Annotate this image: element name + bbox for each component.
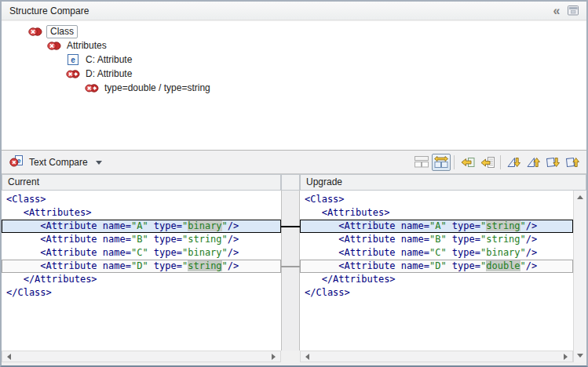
tree-item-class[interactable]: Class xyxy=(2,24,586,38)
code-token: type= xyxy=(148,260,182,271)
previous-difference-icon[interactable] xyxy=(524,154,543,171)
code-token: <Attribute name= xyxy=(6,260,131,271)
change-icon xyxy=(28,27,42,37)
structure-compare-tree[interactable]: ClassAttributeseC: AttributeD: Attribute… xyxy=(2,21,586,150)
chevron-down-icon[interactable] xyxy=(96,161,102,168)
change-arrow-icon xyxy=(85,83,99,93)
structure-compare-header: Structure Compare « xyxy=(2,2,586,20)
code-token: "binary" xyxy=(182,247,228,258)
code-token: "D" xyxy=(429,260,447,271)
code-line[interactable]: </Attributes> xyxy=(300,273,573,286)
code-line[interactable]: <Attributes> xyxy=(2,206,281,220)
code-token: <Class> xyxy=(6,194,46,205)
code-token: " xyxy=(222,260,228,271)
scroll-left-icon[interactable] xyxy=(302,354,309,360)
code-token: <Attribute name= xyxy=(305,260,429,271)
swap-view-icon[interactable] xyxy=(432,154,451,171)
code-line[interactable]: </Class> xyxy=(300,286,573,300)
code-line[interactable]: <Attribute name="C" type="binary"/> xyxy=(2,246,281,260)
ancestor-pane-icon[interactable] xyxy=(412,154,431,171)
code-line-diff[interactable]: <Attribute name="A" type="string"/> xyxy=(300,220,573,233)
tree-item-label: D: Attribute xyxy=(84,68,133,79)
code-line[interactable]: <Class> xyxy=(2,193,281,206)
left-code-pane[interactable]: <Class> <Attributes> <Attribute name="A"… xyxy=(2,191,281,351)
element-icon: e xyxy=(66,54,80,65)
scroll-right-icon[interactable] xyxy=(564,354,571,360)
right-code-pane[interactable]: <Class> <Attributes> <Attribute name="A"… xyxy=(300,191,573,351)
scroll-down-icon[interactable] xyxy=(577,354,583,361)
code-token: "C" xyxy=(429,247,447,258)
change-icon xyxy=(47,41,61,51)
code-line[interactable]: </Class> xyxy=(2,286,281,300)
svg-text:e: e xyxy=(71,56,75,64)
change-arrow-icon xyxy=(66,69,80,79)
code-token: "D" xyxy=(131,260,148,271)
code-token: type= xyxy=(148,234,182,245)
code-token: /> xyxy=(228,247,239,258)
tree-item-c-attribute[interactable]: eC: Attribute xyxy=(2,53,586,67)
text-compare-toolbar xyxy=(411,154,583,171)
code-token: "B" xyxy=(131,234,148,245)
right-horizontal-scrollbar[interactable] xyxy=(300,351,573,362)
code-token: <Attributes> xyxy=(305,207,389,218)
collapse-icon[interactable]: « xyxy=(547,3,564,18)
code-line-diff[interactable]: <Attribute name="D" type="double"/> xyxy=(300,260,573,273)
copy-all-right-to-left-icon[interactable] xyxy=(458,154,477,171)
center-gutter-header xyxy=(281,174,300,191)
code-line[interactable]: <Attribute name="B" type="string"/> xyxy=(2,233,281,246)
code-token: /> xyxy=(228,220,239,231)
text-compare-title: Text Compare xyxy=(29,157,88,168)
vertical-scrollbar[interactable] xyxy=(573,191,586,362)
code-token: /> xyxy=(228,234,239,245)
code-token: "B" xyxy=(429,234,447,245)
code-token: "string" xyxy=(182,234,228,245)
next-change-icon[interactable] xyxy=(544,154,563,171)
copy-current-right-to-left-icon[interactable] xyxy=(478,154,497,171)
toolbar-separator xyxy=(454,155,455,169)
previous-change-icon[interactable] xyxy=(564,154,583,171)
tree-item-attributes[interactable]: Attributes xyxy=(2,38,586,53)
scroll-right-icon[interactable] xyxy=(272,354,279,360)
code-line[interactable]: </Attributes> xyxy=(2,273,281,286)
scroll-left-icon[interactable] xyxy=(4,354,11,360)
next-difference-icon[interactable] xyxy=(505,154,524,171)
tree-item-label: Attributes xyxy=(65,40,108,51)
code-token: type= xyxy=(148,220,182,231)
pin-icon[interactable] xyxy=(564,3,582,18)
code-line[interactable]: <Attributes> xyxy=(300,206,573,220)
code-token: <Attribute name= xyxy=(6,247,131,258)
left-pane-header: Current xyxy=(2,174,281,191)
tree-item-d-attribute[interactable]: D: Attribute xyxy=(2,67,586,81)
tree-item-label: type=double / type=string xyxy=(103,82,212,93)
code-line-diff[interactable]: <Attribute name="A" type="binary"/> xyxy=(2,220,281,233)
code-token: </Attributes> xyxy=(6,274,97,285)
code-line[interactable]: <Attribute name="C" type="binary"/> xyxy=(300,246,573,260)
right-code: <Class> <Attributes> <Attribute name="A"… xyxy=(300,191,573,300)
diff-connector-minor xyxy=(281,266,300,267)
code-token: </Class> xyxy=(305,287,350,298)
diff-connector-selected xyxy=(281,226,300,227)
code-token: /> xyxy=(526,234,537,245)
code-token: <Attributes> xyxy=(6,207,91,218)
code-token: "string" xyxy=(480,234,526,245)
code-token: " xyxy=(222,220,228,231)
changed-token: binary xyxy=(188,220,221,231)
code-token: <Attribute name= xyxy=(6,220,131,231)
diff-connector-gutter xyxy=(281,191,300,351)
code-line[interactable]: <Attribute name="B" type="string"/> xyxy=(300,233,573,246)
code-line[interactable]: <Class> xyxy=(300,193,573,206)
text-compare-header: e Text Compare xyxy=(2,151,586,174)
changed-token: string xyxy=(486,220,520,231)
scroll-up-icon[interactable] xyxy=(577,192,583,199)
code-token: type= xyxy=(447,234,480,245)
code-token: </Class> xyxy=(6,287,52,298)
code-token: <Attribute name= xyxy=(305,220,429,231)
code-line-diff[interactable]: <Attribute name="D" type="string"/> xyxy=(2,260,281,273)
tree-item-type-double-type-string[interactable]: type=double / type=string xyxy=(2,81,586,95)
left-horizontal-scrollbar[interactable] xyxy=(2,351,281,362)
left-code: <Class> <Attributes> <Attribute name="A"… xyxy=(2,191,281,300)
code-token: <Class> xyxy=(305,194,345,205)
code-token: type= xyxy=(447,260,480,271)
code-token: /> xyxy=(526,220,537,231)
tree-item-label: Class xyxy=(46,25,78,38)
